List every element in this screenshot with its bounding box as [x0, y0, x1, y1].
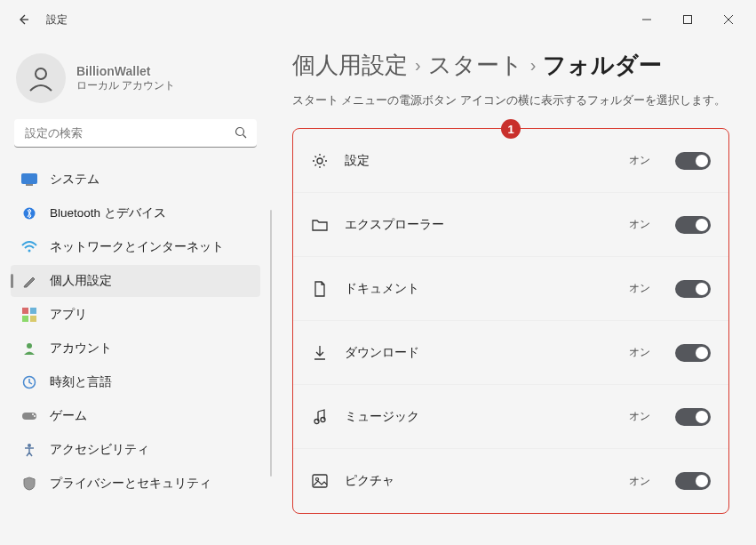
row-label: ドキュメント — [345, 281, 613, 297]
nav-accessibility[interactable]: アクセシビリティ — [11, 434, 260, 466]
clock-globe-icon — [21, 374, 37, 390]
toggle-documents[interactable] — [675, 280, 711, 298]
svg-point-16 — [27, 343, 32, 349]
toggle-pictures[interactable] — [675, 472, 711, 490]
svg-rect-12 — [22, 308, 28, 314]
toggle-explorer[interactable] — [675, 216, 711, 234]
page-description: スタート メニューの電源ボタン アイコンの横に表示するフォルダーを選択します。 — [292, 93, 729, 108]
toggle-state: オン — [629, 153, 650, 168]
svg-rect-8 — [22, 174, 37, 184]
user-info: BillionWallet ローカル アカウント — [76, 64, 175, 93]
svg-rect-2 — [684, 16, 692, 24]
svg-point-20 — [34, 415, 36, 417]
row-label: ミュージック — [345, 409, 613, 425]
nav-apps[interactable]: アプリ — [11, 299, 260, 331]
avatar — [16, 53, 66, 103]
chevron-right-icon: › — [530, 55, 537, 76]
toggle-state: オン — [629, 217, 650, 232]
svg-point-6 — [236, 128, 244, 136]
nav-system[interactable]: システム — [11, 164, 260, 196]
nav-label: アクセシビリティ — [50, 442, 149, 458]
apps-icon — [21, 307, 37, 323]
svg-point-22 — [317, 158, 322, 164]
bluetooth-icon — [21, 205, 37, 221]
toggle-music[interactable] — [675, 408, 711, 426]
row-downloads: ダウンロード オン — [293, 321, 728, 385]
window-title: 設定 — [46, 12, 68, 28]
breadcrumb-folders: フォルダー — [543, 50, 662, 81]
svg-point-27 — [316, 478, 319, 481]
row-label: 設定 — [345, 153, 613, 169]
user-account-type: ローカル アカウント — [76, 78, 175, 93]
picture-icon — [311, 472, 329, 490]
svg-point-21 — [28, 444, 31, 447]
folder-icon — [311, 216, 329, 234]
svg-line-7 — [243, 135, 247, 139]
maximize-button[interactable] — [667, 5, 708, 34]
nav-time-language[interactable]: 時刻と言語 — [11, 366, 260, 398]
gear-icon — [311, 152, 329, 170]
brush-icon — [21, 273, 37, 289]
row-documents: ドキュメント オン — [293, 257, 728, 321]
nav-label: Bluetooth とデバイス — [50, 205, 166, 221]
toggle-settings[interactable] — [675, 152, 711, 170]
nav-network[interactable]: ネットワークとインターネット — [11, 231, 260, 263]
user-card[interactable]: BillionWallet ローカル アカウント — [11, 46, 260, 116]
svg-point-11 — [28, 250, 31, 252]
sidebar: BillionWallet ローカル アカウント システム Bluetooth … — [0, 39, 271, 545]
download-icon — [311, 344, 329, 362]
row-label: ダウンロード — [345, 345, 613, 361]
toggle-downloads[interactable] — [675, 344, 711, 362]
search-icon — [235, 126, 248, 140]
person-icon — [23, 60, 59, 96]
minimize-button[interactable] — [626, 5, 667, 34]
titlebar: 設定 — [0, 0, 756, 39]
search-input[interactable] — [14, 119, 257, 148]
nav-label: 個人用設定 — [50, 273, 112, 289]
nav-label: アプリ — [50, 307, 87, 323]
scrollbar[interactable] — [270, 210, 272, 477]
chevron-right-icon: › — [415, 55, 421, 76]
nav-label: プライバシーとセキュリティ — [50, 476, 211, 492]
svg-rect-13 — [30, 308, 36, 314]
svg-point-19 — [32, 413, 34, 415]
accessibility-icon — [21, 442, 37, 458]
music-icon — [311, 408, 329, 426]
arrow-left-icon — [16, 12, 30, 27]
row-music: ミュージック オン — [293, 385, 728, 449]
close-icon — [724, 15, 733, 24]
row-label: エクスプローラー — [345, 217, 613, 233]
close-button[interactable] — [708, 5, 749, 34]
nav-personalization[interactable]: 個人用設定 — [11, 265, 260, 297]
row-explorer: エクスプローラー オン — [293, 193, 728, 257]
toggle-state: オン — [629, 345, 650, 360]
nav: システム Bluetooth とデバイス ネットワークとインターネット 個人用設… — [11, 164, 260, 500]
account-icon — [21, 341, 37, 357]
nav-label: アカウント — [50, 341, 112, 357]
svg-rect-14 — [22, 316, 28, 322]
minimize-icon — [642, 15, 651, 24]
document-icon — [311, 280, 329, 298]
breadcrumb-start[interactable]: スタート — [428, 50, 523, 81]
nav-privacy[interactable]: プライバシーとセキュリティ — [11, 468, 260, 500]
nav-bluetooth[interactable]: Bluetooth とデバイス — [11, 197, 260, 229]
svg-rect-15 — [30, 316, 36, 322]
user-name: BillionWallet — [76, 64, 175, 78]
toggle-state: オン — [629, 409, 650, 424]
back-button[interactable] — [7, 4, 39, 36]
nav-gaming[interactable]: ゲーム — [11, 400, 260, 432]
svg-rect-26 — [313, 475, 327, 487]
shield-icon — [21, 476, 37, 492]
main-content: 個人用設定 › スタート › フォルダー スタート メニューの電源ボタン アイコ… — [271, 39, 756, 545]
breadcrumb-personalization[interactable]: 個人用設定 — [292, 50, 408, 81]
toggle-state: オン — [629, 474, 650, 489]
nav-accounts[interactable]: アカウント — [11, 333, 260, 365]
nav-label: ネットワークとインターネット — [50, 239, 224, 255]
nav-label: システム — [50, 172, 99, 188]
nav-label: ゲーム — [50, 408, 87, 424]
row-pictures: ピクチャ オン — [293, 449, 728, 513]
svg-point-5 — [36, 68, 46, 79]
wifi-icon — [21, 239, 37, 255]
search-box — [14, 119, 257, 148]
gamepad-icon — [21, 408, 37, 424]
